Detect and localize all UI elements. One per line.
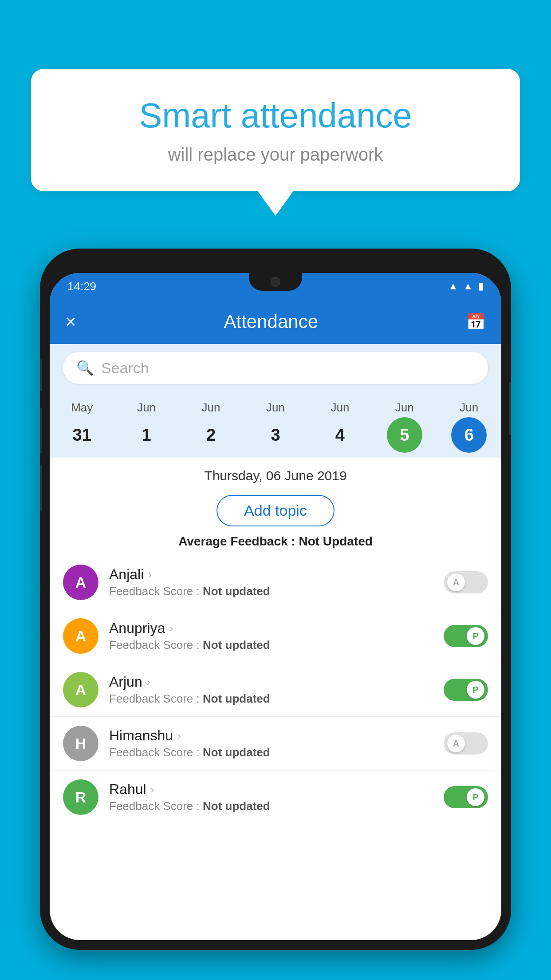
cal-day-number: 31 xyxy=(64,417,100,453)
student-row[interactable]: AArjun ›Feedback Score : Not updatedP xyxy=(50,663,501,717)
toggle-circle: A xyxy=(447,735,465,752)
search-icon: 🔍 xyxy=(76,360,94,376)
student-info: Anjali ›Feedback Score : Not updated xyxy=(109,566,433,598)
student-row[interactable]: AAnjali ›Feedback Score : Not updatedA xyxy=(50,556,501,609)
student-info: Rahul ›Feedback Score : Not updated xyxy=(109,781,433,813)
toggle-container: A xyxy=(444,571,488,593)
calendar-icon[interactable]: 📅 xyxy=(466,312,486,331)
cal-day-number: 5 xyxy=(387,417,422,453)
chevron-icon: › xyxy=(148,569,152,581)
cal-month-label: Jun xyxy=(331,401,349,415)
feedback-score: Feedback Score : Not updated xyxy=(109,585,433,598)
phone: 14:29 ▲ ▲ ▮ × Attendance 📅 🔍 Search xyxy=(40,249,511,950)
attendance-toggle[interactable]: A xyxy=(444,732,488,755)
student-name: Anjali › xyxy=(109,566,433,583)
close-button[interactable]: × xyxy=(65,311,76,332)
toggle-circle: P xyxy=(467,627,484,645)
cal-month-label: Jun xyxy=(395,401,414,415)
avg-feedback-label: Average Feedback : xyxy=(178,534,295,548)
student-info: Arjun ›Feedback Score : Not updated xyxy=(109,674,433,706)
student-name: Himanshu › xyxy=(109,727,433,744)
student-info: Anupriya ›Feedback Score : Not updated xyxy=(109,620,433,652)
calendar-day[interactable]: Jun2 xyxy=(185,401,238,453)
cal-month-label: May xyxy=(71,401,93,415)
cal-day-number: 3 xyxy=(258,417,293,453)
avatar: R xyxy=(63,779,98,815)
status-time: 14:29 xyxy=(67,280,96,293)
toggle-circle: P xyxy=(467,788,484,806)
speech-bubble-container: Smart attendance will replace your paper… xyxy=(31,69,520,216)
cal-day-number: 4 xyxy=(322,417,358,453)
chevron-icon: › xyxy=(177,730,181,742)
speech-bubble-title: Smart attendance xyxy=(67,95,484,136)
attendance-toggle[interactable]: P xyxy=(444,679,488,701)
chevron-icon: › xyxy=(169,622,173,635)
notch xyxy=(249,273,302,291)
add-topic-container: Add topic xyxy=(50,488,501,531)
toggle-circle: P xyxy=(467,681,484,699)
student-info: Himanshu ›Feedback Score : Not updated xyxy=(109,727,433,759)
calendar-day[interactable]: Jun4 xyxy=(313,401,366,453)
selected-date-label: Thursday, 06 June 2019 xyxy=(204,468,346,483)
toggle-circle: A xyxy=(447,573,465,591)
calendar-day[interactable]: Jun6 xyxy=(442,401,496,453)
battery-icon: ▮ xyxy=(478,281,484,292)
toggle-container: P xyxy=(444,786,488,808)
avg-feedback-value: Not Updated xyxy=(299,534,372,548)
signal-icon: ▲ xyxy=(463,281,473,292)
search-bar[interactable]: 🔍 Search xyxy=(63,352,488,384)
avg-feedback: Average Feedback : Not Updated xyxy=(50,531,501,556)
feedback-score: Feedback Score : Not updated xyxy=(109,638,433,652)
student-row[interactable]: HHimanshu ›Feedback Score : Not updatedA xyxy=(50,717,501,771)
calendar-day[interactable]: May31 xyxy=(55,401,109,453)
app-bar: × Attendance 📅 xyxy=(50,300,501,344)
calendar-day[interactable]: Jun1 xyxy=(120,401,173,453)
cal-day-number: 2 xyxy=(193,417,229,453)
cal-month-label: Jun xyxy=(202,401,220,415)
date-info: Thursday, 06 June 2019 xyxy=(50,458,501,488)
avatar: H xyxy=(63,726,98,761)
calendar-day[interactable]: Jun3 xyxy=(249,401,302,453)
speech-bubble-tail xyxy=(258,191,293,216)
power-button xyxy=(509,382,511,435)
cal-day-number: 1 xyxy=(129,417,164,453)
speech-bubble-subtitle: will replace your paperwork xyxy=(67,145,484,165)
chevron-icon: › xyxy=(151,783,154,796)
feedback-score: Feedback Score : Not updated xyxy=(109,799,433,813)
cal-month-label: Jun xyxy=(266,401,285,415)
calendar-strip: May31Jun1Jun2Jun3Jun4Jun5Jun6 xyxy=(50,392,501,458)
volume-down-button xyxy=(40,408,42,453)
attendance-toggle[interactable]: A xyxy=(444,571,488,593)
student-name: Anupriya › xyxy=(109,620,433,636)
phone-screen: 14:29 ▲ ▲ ▮ × Attendance 📅 🔍 Search xyxy=(50,273,501,940)
attendance-toggle[interactable]: P xyxy=(444,625,488,647)
student-list: AAnjali ›Feedback Score : Not updatedAAA… xyxy=(50,556,501,824)
cal-month-label: Jun xyxy=(137,401,156,415)
app-bar-title: Attendance xyxy=(224,311,319,332)
cal-month-label: Jun xyxy=(460,401,478,415)
feedback-score: Feedback Score : Not updated xyxy=(109,692,433,706)
attendance-toggle[interactable]: P xyxy=(444,786,488,808)
student-row[interactable]: RRahul ›Feedback Score : Not updatedP xyxy=(50,771,501,824)
toggle-container: P xyxy=(444,625,488,647)
wifi-icon: ▲ xyxy=(448,281,458,292)
status-icons: ▲ ▲ ▮ xyxy=(448,281,484,292)
student-name: Arjun › xyxy=(109,674,433,690)
student-row[interactable]: AAnupriya ›Feedback Score : Not updatedP xyxy=(50,609,501,663)
volume-up-button xyxy=(40,360,42,391)
calendar-day[interactable]: Jun5 xyxy=(378,401,431,453)
toggle-container: P xyxy=(444,679,488,701)
avatar: A xyxy=(63,672,98,707)
chevron-icon: › xyxy=(147,676,150,688)
phone-container: 14:29 ▲ ▲ ▮ × Attendance 📅 🔍 Search xyxy=(40,249,511,980)
toggle-container: A xyxy=(444,732,488,755)
silent-button xyxy=(40,466,42,510)
avatar: A xyxy=(63,565,98,600)
feedback-score: Feedback Score : Not updated xyxy=(109,746,433,759)
avatar: A xyxy=(63,618,98,654)
camera xyxy=(271,277,280,287)
search-bar-container: 🔍 Search xyxy=(50,344,501,392)
student-name: Rahul › xyxy=(109,781,433,798)
add-topic-button[interactable]: Add topic xyxy=(216,495,335,526)
cal-day-number: 6 xyxy=(451,417,487,453)
